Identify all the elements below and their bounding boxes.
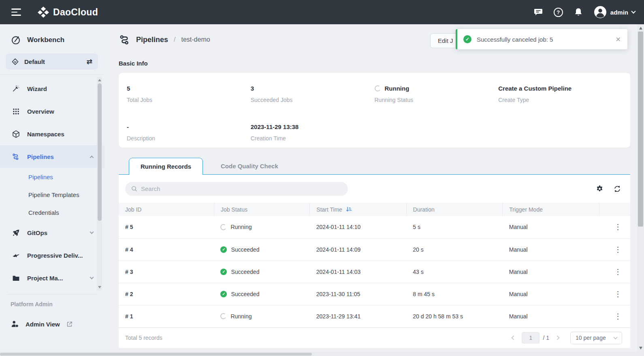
start-time: 2023-11-30 11:05 xyxy=(310,283,406,305)
row-actions-kebab-icon[interactable]: ⋮ xyxy=(606,245,630,254)
table-row[interactable]: # 5 Running 2024-01-11 14:10 5 s Manual … xyxy=(119,216,630,238)
workbench-icon xyxy=(11,35,21,45)
sidebar-item-overview[interactable]: Overview xyxy=(0,100,104,123)
namespaces-label: Namespaces xyxy=(27,131,93,138)
table-footer: Total 5 records / 1 10 per page xyxy=(119,328,630,348)
pipeline-icon xyxy=(11,153,20,161)
page-number-input[interactable] xyxy=(522,332,540,343)
refresh-icon[interactable] xyxy=(613,185,621,193)
scroll-up-arrow-icon[interactable] xyxy=(639,27,642,30)
admin-view-label: Admin View xyxy=(26,321,60,328)
sidebar-subitem-credentials[interactable]: Credentials xyxy=(0,203,104,221)
search-input[interactable] xyxy=(141,185,342,192)
sidebar-item-namespaces[interactable]: Namespaces xyxy=(0,123,104,145)
toast-success-check-icon: ✓ xyxy=(463,35,471,43)
table-row[interactable]: # 4 ✓Succeeded 2024-01-11 14:09 20 s Man… xyxy=(119,238,630,261)
total-jobs-label: Total Jobs xyxy=(127,97,251,103)
row-actions-kebab-icon[interactable]: ⋮ xyxy=(606,267,630,276)
sidebar-item-progressive-delivery[interactable]: Progressive Deliv... xyxy=(0,244,104,267)
main-content: Pipelines / test-demo Edit J Basic Info … xyxy=(104,24,644,356)
create-type-label: Create Type xyxy=(498,97,622,103)
breadcrumb-pipelines-link[interactable]: Pipelines xyxy=(136,36,168,44)
running-records-panel: Job ID Job Status Start Time xyxy=(119,175,630,348)
succeeded-icon: ✓ xyxy=(220,291,227,297)
table-row[interactable]: # 2 ✓Succeeded 2023-11-30 11:05 8 m 45 s… xyxy=(119,283,630,305)
description-label: Description xyxy=(127,135,251,142)
scroll-down-arrow-icon[interactable] xyxy=(98,286,101,288)
toast-close-icon[interactable]: ✕ xyxy=(616,36,621,43)
sidebar-subitem-pipeline-templates[interactable]: Pipeline Templates xyxy=(0,186,104,203)
prev-page-icon[interactable] xyxy=(512,335,516,340)
search-box[interactable] xyxy=(125,182,348,196)
sidebar-item-project-management[interactable]: Project Ma... xyxy=(0,267,104,289)
scroll-down-arrow-icon[interactable] xyxy=(639,347,642,350)
field-description: - Description xyxy=(127,123,251,148)
brand-name: DaoCloud xyxy=(53,7,98,18)
vertical-scrollbar-thumb[interactable] xyxy=(638,32,643,227)
menu-toggle-icon[interactable] xyxy=(11,8,22,16)
sub-pipelines-label: Pipelines xyxy=(28,174,53,180)
table-row[interactable]: # 1 Running 2023-11-29 13:41 20 d 20 h 5… xyxy=(119,305,630,327)
tab-running-records[interactable]: Running Records xyxy=(129,158,203,175)
trigger-mode: Manual xyxy=(503,305,599,327)
trigger-mode: Manual xyxy=(503,261,599,283)
gitops-label: GitOps xyxy=(27,229,83,236)
creation-time-label: Creation Time xyxy=(251,135,375,142)
tab-code-quality-check[interactable]: Code Quality Check xyxy=(209,157,290,174)
sidebar-item-admin-view[interactable]: Admin View xyxy=(0,307,104,328)
horizontal-scrollbar-thumb[interactable] xyxy=(0,353,312,356)
sidebar-subitem-pipelines[interactable]: Pipelines xyxy=(0,168,104,186)
trigger-mode: Manual xyxy=(503,238,599,261)
user-menu[interactable]: admin xyxy=(594,6,635,19)
next-page-icon[interactable] xyxy=(555,335,559,340)
succeeded-icon: ✓ xyxy=(220,269,227,275)
chevron-down-icon xyxy=(631,9,635,13)
row-actions-kebab-icon[interactable]: ⋮ xyxy=(606,222,630,231)
sidebar-item-workbench[interactable]: Workbench xyxy=(0,24,104,45)
workspace-selector[interactable]: Default ⇄ xyxy=(6,53,98,70)
table-header-row: Job ID Job Status Start Time xyxy=(119,203,630,216)
pipeline-templates-label: Pipeline Templates xyxy=(28,191,79,198)
per-page-select[interactable]: 10 per page xyxy=(570,332,622,344)
per-page-value: 10 per page xyxy=(576,335,610,341)
basic-info-title: Basic Info xyxy=(119,60,630,67)
row-actions-kebab-icon[interactable]: ⋮ xyxy=(606,290,630,299)
sidebar-scrollbar-thumb[interactable] xyxy=(98,83,102,221)
messages-icon[interactable] xyxy=(533,7,543,17)
help-icon[interactable]: ? xyxy=(554,8,563,17)
notifications-bell-icon[interactable] xyxy=(574,7,583,17)
start-time: 2024-01-11 14:03 xyxy=(310,261,406,283)
job-status: Succeeded xyxy=(231,246,259,253)
sort-descending-icon[interactable] xyxy=(345,206,352,213)
bird-icon xyxy=(11,251,20,260)
page-horizontal-scrollbar[interactable] xyxy=(0,352,644,356)
table-settings-gear-icon[interactable] xyxy=(596,185,603,193)
field-create-type: Create a Custom Pipeline Create Type xyxy=(498,85,622,110)
row-actions-kebab-icon[interactable]: ⋮ xyxy=(606,312,630,321)
scroll-up-arrow-icon[interactable] xyxy=(98,79,101,81)
workspace-name: Default xyxy=(24,58,81,65)
start-time: 2024-01-11 14:09 xyxy=(310,238,406,261)
create-type-value: Create a Custom Pipeline xyxy=(498,85,622,92)
sidebar-item-wizard[interactable]: Wizard xyxy=(0,77,104,100)
table-row[interactable]: # 3 ✓Succeeded 2024-01-11 14:03 43 s Man… xyxy=(119,261,630,283)
duration: 5 s xyxy=(406,216,502,238)
col-job-status: Job Status xyxy=(214,203,309,216)
description-value: - xyxy=(127,123,251,130)
sidebar-item-gitops[interactable]: GitOps xyxy=(0,221,104,244)
total-records-text: Total 5 records xyxy=(125,335,162,341)
job-status: Running xyxy=(230,313,252,320)
chevron-down-icon xyxy=(90,275,94,280)
top-navbar: DaoCloud ? admin xyxy=(0,0,644,24)
page-vertical-scrollbar[interactable] xyxy=(637,24,644,352)
switch-workspace-icon[interactable]: ⇄ xyxy=(87,57,92,66)
folder-icon xyxy=(11,274,20,282)
sidebar-scrollbar[interactable] xyxy=(97,77,102,290)
pipelines-label: Pipelines xyxy=(27,153,83,160)
field-total-jobs: 5 Total Jobs xyxy=(127,85,251,110)
sidebar-item-pipelines[interactable]: Pipelines xyxy=(0,145,104,168)
field-succeeded-jobs: 3 Succeeded Jobs xyxy=(251,85,375,110)
username: admin xyxy=(610,9,628,16)
succeeded-jobs-label: Succeeded Jobs xyxy=(251,97,375,103)
job-status: Succeeded xyxy=(231,291,259,297)
